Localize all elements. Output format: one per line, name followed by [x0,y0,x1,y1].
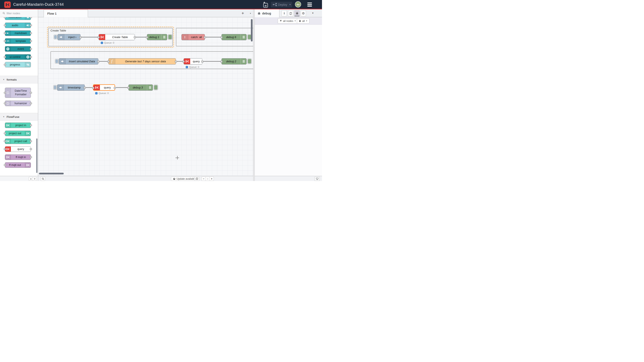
node-query-2[interactable]: query [184,58,202,64]
sidebar-menu-caret[interactable]: ▼ [312,12,314,14]
canvas-search-button[interactable] [41,177,45,181]
ai-assistant-button[interactable]: AI [263,2,269,8]
wire[interactable] [116,87,128,88]
canvas-horizontal-scrollbar[interactable] [39,173,64,175]
wire[interactable] [203,61,221,62]
deploy-button[interactable]: Deploy ▼ [271,2,292,7]
debug-tab-button[interactable] [294,10,300,16]
debug-clear-button[interactable]: all▼ [297,18,310,24]
output-port[interactable] [80,36,82,38]
input-port[interactable] [127,87,130,89]
palette-node-date-time-formatter[interactable]: Date/Time Formatter [5,88,31,98]
input-port[interactable] [220,61,222,62]
input-port[interactable] [107,61,110,62]
canvas-vertical-scrollbar[interactable] [251,19,252,41]
output-port[interactable] [134,36,136,38]
palette-node-project-call[interactable]: project call [5,139,31,144]
debug-enable-toggle[interactable] [247,58,252,64]
palette-node-notification[interactable]: notification [5,17,31,20]
info-tab-button[interactable]: i [282,10,287,16]
zoom-out-button[interactable]: − [202,177,206,181]
node-debug-6[interactable]: debug 6 [222,34,246,40]
navigator-map-button[interactable] [194,177,199,181]
sidebar-tab-debug[interactable]: debug [255,9,280,17]
output-port[interactable] [175,61,177,62]
flow-list-caret[interactable]: ▾ [248,11,253,16]
input-port[interactable] [98,36,100,38]
flow-canvas[interactable]: Create Tableinject1Create Tabledebug 1!c… [38,17,253,176]
add-flow-button[interactable]: + [240,11,246,16]
wire[interactable] [136,37,146,37]
wire[interactable] [81,37,98,37]
palette-filter-input[interactable] [6,12,34,15]
ff-icon [5,123,11,128]
node-debug-3[interactable]: debug 3 [128,84,153,91]
flow-tab-active[interactable]: Flow 1 [44,9,88,17]
palette-section-flowfuse[interactable]: ▼FlowFuse [0,113,38,121]
palette-node-humanizer[interactable]: humanizer [5,101,31,106]
palette-node-query[interactable]: query [5,146,31,152]
node-debug-1[interactable]: debug 1 [147,34,167,40]
palette-node-progress[interactable]: progress% [5,62,31,67]
node-inject-3[interactable]: timestamp [57,84,85,91]
palette-node-event[interactable]: event [5,46,31,52]
inject-trigger-button[interactable] [55,59,58,64]
node-inject-1[interactable]: inject1 [58,34,80,40]
debug-enable-toggle[interactable] [154,85,158,90]
deploy-options-caret[interactable]: ▼ [288,3,292,6]
ffred-icon [94,85,100,90]
palette-section-formats[interactable]: ▼formats [0,76,38,83]
sidebar-splitter[interactable] [253,9,255,181]
open-in-window-button[interactable] [314,177,320,181]
input-port[interactable] [146,36,148,38]
node-label: timestamp [64,85,84,90]
palette-node-ff-mqtt-out[interactable]: ff mqtt out [5,162,31,168]
output-port[interactable] [204,36,206,38]
main-menu-button[interactable] [307,2,312,6]
input-port[interactable] [92,87,94,89]
output-port[interactable] [114,87,116,89]
arrow-icon [59,58,66,64]
palette-node-audio[interactable]: audio [5,22,31,28]
node-inject-2[interactable]: Insert simulated Data [59,58,98,64]
node-create-table[interactable]: Create Table [98,34,135,40]
collapse-categories-button[interactable] [29,177,33,181]
node-function-1[interactable]: fGenerate last 7 days sensor data [108,58,176,64]
debug-enable-toggle[interactable] [168,34,172,40]
input-port[interactable] [220,36,222,38]
palette-scrollbar[interactable] [36,139,38,173]
wire[interactable] [86,87,92,88]
inject-trigger-button[interactable] [54,35,57,39]
user-avatar[interactable]: su [295,1,301,7]
palette-node-label: humanizer [11,101,31,106]
wire[interactable] [206,37,221,37]
zoom-in-button[interactable]: + [210,177,214,181]
config-tab-button[interactable]: ⚙ [301,10,306,16]
palette-node-ui-control[interactable]: ui control [5,54,31,60]
palette-node-ff-mqtt-in[interactable]: ff mqtt in [5,155,31,160]
palette-node-label: project out [5,131,25,136]
output-port[interactable] [201,61,204,62]
flowfuse-logo-icon[interactable] [4,1,11,8]
inject-trigger-button[interactable] [53,85,57,90]
palette-node-project-out[interactable]: project out [5,131,31,136]
input-port[interactable] [182,61,185,62]
palette-node-template[interactable]: </>template [5,38,31,44]
palette-node-markdown[interactable]: M↓markdown [5,30,31,36]
output-port [30,48,32,50]
node-catch-all[interactable]: !catch: all [182,34,205,40]
output-port[interactable] [97,61,100,62]
node-debug-2[interactable]: debug 2 [222,58,246,64]
wire[interactable] [177,61,183,62]
update-available-button[interactable]: Update available [171,177,198,181]
palette-node-project-in[interactable]: project in [5,123,31,128]
arrowcircle-icon [5,46,11,51]
output-port[interactable] [84,87,86,89]
zoom-reset-button[interactable]: ○ [206,177,210,181]
node-query-3[interactable]: query [93,84,115,91]
expand-categories-button[interactable] [32,177,37,181]
help-tab-button[interactable] [288,10,293,16]
ff-icon [5,139,11,144]
wire[interactable] [99,61,108,62]
debug-filter-button[interactable]: all nodes▼ [278,18,298,24]
